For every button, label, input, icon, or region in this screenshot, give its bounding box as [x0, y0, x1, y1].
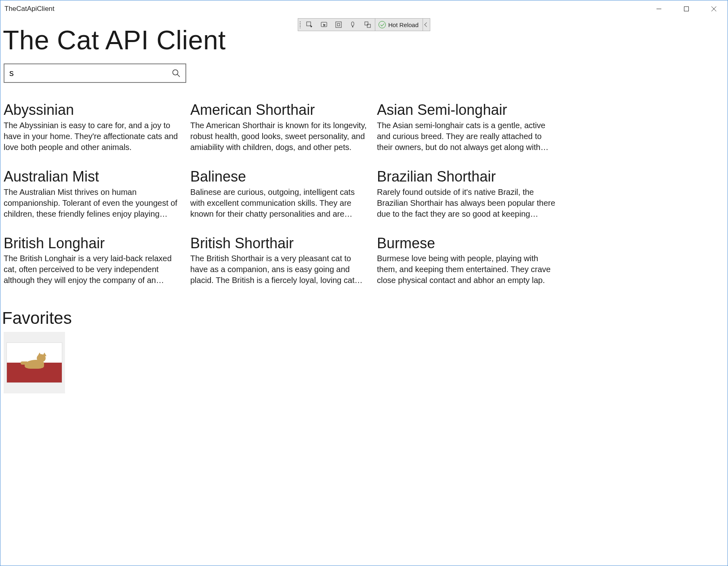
breed-title: British Longhair — [4, 236, 182, 251]
breed-description: The American Shorthair is known for its … — [190, 120, 369, 153]
svg-rect-1 — [684, 7, 689, 11]
favorite-thumbnail[interactable] — [4, 332, 65, 393]
debug-toolbar: Hot Reload — [298, 18, 430, 31]
breed-title: Burmese — [377, 236, 555, 251]
breed-title: Australian Mist — [4, 169, 182, 184]
breed-description: Rarely found outside of it's native Braz… — [377, 187, 555, 220]
breed-title: Abyssinian — [4, 102, 182, 118]
toolbar-grip[interactable] — [298, 19, 302, 31]
breed-description: The British Longhair is a very laid-back… — [4, 253, 182, 286]
breed-description: Burmese love being with people, playing … — [377, 253, 555, 286]
breed-card[interactable]: Abyssinian The Abyssinian is easy to car… — [4, 102, 189, 153]
window-title: TheCatApiClient — [4, 5, 55, 13]
chevron-left-icon[interactable] — [423, 19, 430, 31]
content-area: The Cat API Client Abyssinian The Abyssi… — [0, 25, 728, 393]
display-layout-adorners-icon[interactable] — [331, 19, 346, 31]
select-element-icon[interactable] — [317, 19, 331, 31]
search-icon[interactable] — [172, 69, 181, 78]
window-controls — [645, 0, 728, 17]
search-box[interactable] — [4, 63, 186, 83]
svg-rect-9 — [337, 23, 340, 26]
breed-title: Asian Semi-longhair — [377, 102, 555, 118]
breed-title: American Shorthair — [190, 102, 369, 118]
svg-rect-10 — [351, 22, 354, 26]
track-focused-element-icon[interactable] — [346, 19, 360, 31]
breed-card[interactable]: British Longhair The British Longhair is… — [4, 236, 189, 286]
breed-card[interactable]: Asian Semi-longhair The Asian semi-longh… — [377, 102, 562, 153]
breeds-grid: Abyssinian The Abyssinian is easy to car… — [4, 102, 724, 286]
minimize-button[interactable] — [645, 0, 673, 17]
check-circle-icon — [379, 21, 386, 28]
breed-title: Brazilian Shorthair — [377, 169, 555, 184]
svg-marker-5 — [310, 25, 312, 27]
svg-rect-8 — [336, 22, 341, 27]
breed-card[interactable]: American Shorthair The American Shorthai… — [190, 102, 375, 153]
breed-description: The Australian Mist thrives on human com… — [4, 187, 182, 220]
breed-description: The Asian semi-longhair cats is a gentle… — [377, 120, 555, 153]
close-button[interactable] — [700, 0, 728, 17]
toggle-selection-icon[interactable] — [360, 19, 375, 31]
breed-title: British Shorthair — [190, 236, 369, 251]
breed-description: The British Shorthair is a very pleasant… — [190, 253, 369, 286]
hot-reload-label: Hot Reload — [388, 21, 419, 28]
breed-description: The Abyssinian is easy to care for, and … — [4, 120, 182, 153]
svg-line-15 — [177, 74, 180, 77]
svg-rect-12 — [365, 22, 368, 25]
breed-title: Balinese — [190, 169, 369, 184]
window-title-bar: TheCatApiClient — [0, 0, 728, 17]
breed-description: Balinese are curious, outgoing, intellig… — [190, 187, 369, 220]
svg-point-11 — [352, 26, 353, 27]
breed-card[interactable]: British Shorthair The British Shorthair … — [190, 236, 375, 286]
breed-card[interactable]: Balinese Balinese are curious, outgoing,… — [190, 169, 375, 220]
favorite-image — [6, 342, 62, 383]
svg-point-14 — [173, 70, 178, 75]
maximize-button[interactable] — [673, 0, 700, 17]
favorites-heading: Favorites — [2, 308, 724, 328]
search-input[interactable] — [9, 68, 172, 78]
go-to-live-visual-tree-icon[interactable] — [302, 19, 317, 31]
breed-card[interactable]: Burmese Burmese love being with people, … — [377, 236, 562, 286]
svg-rect-13 — [367, 24, 370, 27]
breed-card[interactable]: Australian Mist The Australian Mist thri… — [4, 169, 189, 220]
breed-card[interactable]: Brazilian Shorthair Rarely found outside… — [377, 169, 562, 220]
hot-reload-button[interactable]: Hot Reload — [375, 19, 423, 31]
